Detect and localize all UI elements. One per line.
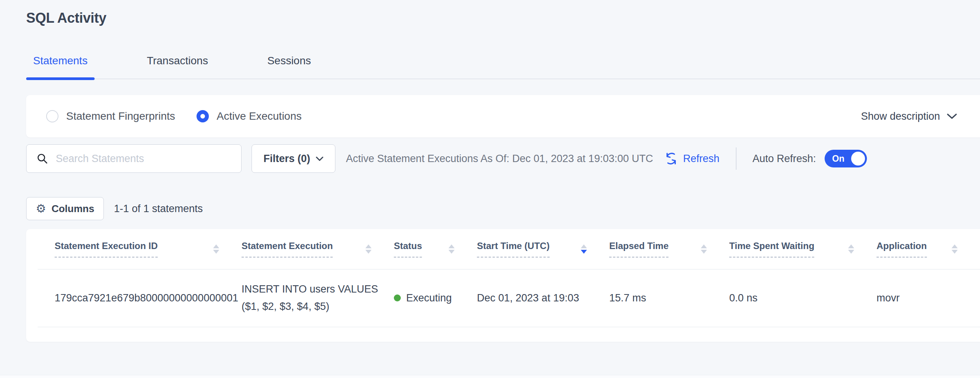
- as-of-timestamp: Active Statement Executions As Of: Dec 0…: [346, 153, 653, 165]
- radio-active-executions-label: Active Executions: [217, 110, 302, 122]
- search-box[interactable]: [26, 144, 242, 173]
- cell-execution-id: 179cca7921e679b80000000000000001: [38, 269, 242, 327]
- filters-button[interactable]: Filters (0): [252, 144, 335, 173]
- column-header-statement-execution-id[interactable]: Statement Execution ID: [38, 229, 242, 269]
- auto-refresh-state: On: [832, 154, 845, 164]
- view-mode-card: Statement Fingerprints Active Executions…: [26, 95, 980, 137]
- sort-icon[interactable]: [365, 244, 372, 254]
- auto-refresh-toggle[interactable]: On: [825, 150, 867, 167]
- column-header-start-time[interactable]: Start Time (UTC): [477, 229, 609, 269]
- tab-sessions[interactable]: Sessions: [260, 55, 318, 79]
- toolbar-divider: [736, 147, 737, 170]
- sort-icon[interactable]: [448, 244, 455, 254]
- sort-icon[interactable]: [701, 244, 707, 254]
- radio-active-executions[interactable]: Active Executions: [197, 110, 302, 122]
- cell-status: Executing: [394, 269, 477, 327]
- status-executing-dot-icon: [394, 294, 401, 301]
- refresh-icon: [664, 151, 678, 166]
- sort-icon[interactable]: [848, 244, 854, 254]
- filters-label: Filters (0): [263, 153, 310, 165]
- refresh-label: Refresh: [683, 153, 720, 165]
- columns-button-label: Columns: [52, 203, 94, 215]
- cell-statement: INSERT INTO users VALUES ($1, $2, $3, $4…: [242, 269, 394, 327]
- view-mode-radio-group: Statement Fingerprints Active Executions: [46, 110, 302, 122]
- refresh-button[interactable]: Refresh: [664, 151, 720, 166]
- table-controls-row: ⚙︎ Columns 1-1 of 1 statements: [26, 197, 203, 220]
- show-description-label: Show description: [861, 110, 940, 122]
- column-header-application[interactable]: Application: [877, 229, 980, 269]
- radio-statement-fingerprints[interactable]: Statement Fingerprints: [46, 110, 175, 122]
- table-header-row: Statement Execution ID Statement Executi…: [38, 229, 980, 269]
- tab-transactions[interactable]: Transactions: [140, 55, 215, 79]
- auto-refresh-label: Auto Refresh:: [753, 153, 816, 165]
- search-input[interactable]: [56, 153, 231, 165]
- show-description-button[interactable]: Show description: [861, 110, 957, 122]
- column-header-elapsed-time[interactable]: Elapsed Time: [609, 229, 729, 269]
- radio-statement-fingerprints-label: Statement Fingerprints: [66, 110, 175, 122]
- results-count: 1-1 of 1 statements: [114, 203, 203, 215]
- cell-time-spent-waiting: 0.0 ns: [729, 269, 877, 327]
- cell-elapsed-time: 15.7 ms: [609, 269, 729, 327]
- column-header-statement-execution[interactable]: Statement Execution: [242, 229, 394, 269]
- radio-unselected-icon[interactable]: [46, 110, 58, 122]
- statement-line-2: ($1, $2, $3, $4, $5): [242, 298, 394, 315]
- cell-start-time: Dec 01, 2023 at 19:03: [477, 269, 609, 327]
- tab-statements[interactable]: Statements: [26, 55, 95, 79]
- page-title: SQL Activity: [26, 10, 106, 26]
- statements-toolbar: Filters (0) Active Statement Executions …: [26, 144, 980, 173]
- columns-button[interactable]: ⚙︎ Columns: [26, 197, 104, 220]
- toggle-knob[interactable]: [851, 152, 865, 166]
- cell-application: movr: [877, 269, 980, 327]
- page-bottom-divider: [0, 375, 980, 378]
- column-header-time-spent-waiting[interactable]: Time Spent Waiting: [729, 229, 877, 269]
- table-row[interactable]: 179cca7921e679b80000000000000001 INSERT …: [38, 269, 980, 327]
- statements-table-card: Statement Execution ID Statement Executi…: [26, 229, 980, 342]
- statement-line-1: INSERT INTO users VALUES: [242, 281, 394, 298]
- sort-icon-descending[interactable]: [581, 244, 587, 254]
- chevron-down-icon: [316, 156, 323, 161]
- chevron-down-icon: [947, 113, 957, 119]
- sort-icon[interactable]: [952, 244, 958, 254]
- sql-activity-tabs: Statements Transactions Sessions: [26, 55, 980, 79]
- status-label: Executing: [406, 292, 452, 304]
- active-executions-table: Statement Execution ID Statement Executi…: [38, 229, 980, 327]
- column-header-status[interactable]: Status: [394, 229, 477, 269]
- sort-icon[interactable]: [213, 244, 219, 254]
- search-icon: [37, 153, 48, 164]
- gear-icon: ⚙︎: [36, 203, 46, 214]
- radio-selected-icon[interactable]: [197, 110, 209, 122]
